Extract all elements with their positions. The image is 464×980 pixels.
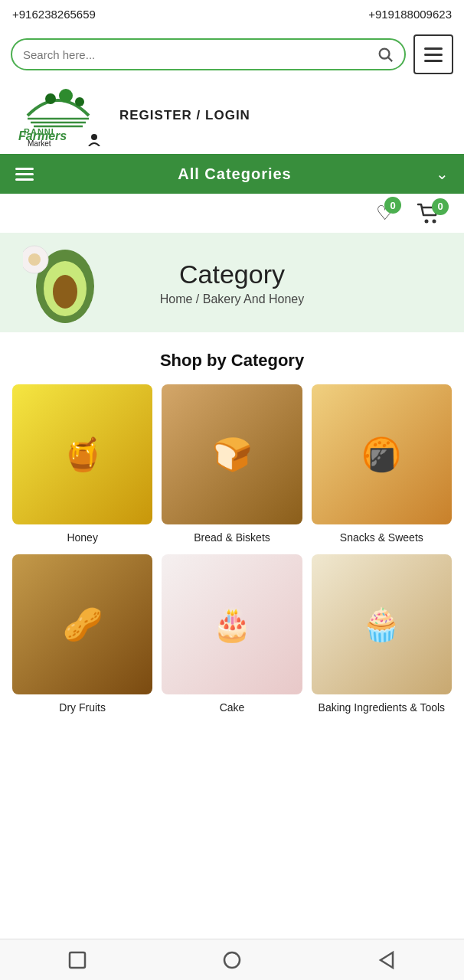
top-bar: +916238265659 +919188009623 [0, 0, 464, 28]
svg-point-7 [75, 97, 84, 106]
svg-point-16 [53, 275, 77, 309]
snacks-label: Snacks & Sweets [340, 531, 423, 544]
category-grid: 🍯 Honey 🍞 Bread & Biskets 🍘 Snacks & Swe… [12, 384, 452, 714]
svg-marker-21 [381, 952, 393, 968]
wishlist-count: 0 [384, 197, 401, 214]
honey-label: Honey [67, 531, 97, 544]
shop-section-title: Shop by Category [12, 351, 452, 371]
honey-image: 🍯 [12, 384, 152, 524]
cake-image: 🎂 [162, 554, 302, 694]
cake-icon: 🎂 [212, 606, 252, 643]
category-item-cake[interactable]: 🎂 Cake [162, 554, 302, 715]
baking-icon: 🧁 [361, 606, 401, 643]
svg-point-12 [425, 219, 429, 223]
cart-button[interactable]: 0 [417, 203, 441, 224]
category-bar[interactable]: All Categories ⌄ [0, 154, 464, 194]
wishlist-cart-row: ♡ 0 0 [0, 194, 464, 233]
wishlist-button[interactable]: ♡ 0 [376, 201, 394, 225]
snacks-icon: 🍘 [361, 436, 401, 473]
dryfruits-label: Dry Fruits [59, 701, 106, 714]
hamburger-menu-button[interactable] [413, 34, 453, 74]
bread-image: 🍞 [162, 384, 302, 524]
breadcrumb: Home / Bakery And Honey [160, 292, 305, 306]
shop-section: Shop by Category 🍯 Honey 🍞 Bread & Biske… [0, 332, 464, 722]
hero-avocado-decoration [0, 233, 123, 332]
bottom-nav-bar [0, 939, 464, 980]
svg-point-18 [28, 253, 41, 266]
svg-point-20 [224, 952, 240, 968]
category-bar-label: All Categories [43, 165, 426, 183]
dryfruits-icon: 🥜 [63, 606, 103, 643]
category-item-baking[interactable]: 🧁 Baking Ingredients & Tools [312, 554, 452, 715]
hero-banner: Category Home / Bakery And Honey [0, 233, 464, 332]
dryfruits-image: 🥜 [12, 554, 152, 694]
bread-icon: 🍞 [212, 436, 252, 473]
svg-point-6 [59, 89, 73, 103]
logo-auth-row: RANNI Farmers Market REGISTER / LOGIN [0, 80, 464, 154]
chevron-down-icon[interactable]: ⌄ [436, 165, 449, 183]
phone-left[interactable]: +916238265659 [12, 8, 96, 21]
bottom-nav-home[interactable] [215, 943, 249, 977]
cart-count: 0 [432, 198, 449, 215]
baking-image: 🧁 [312, 554, 452, 694]
baking-label: Baking Ingredients & Tools [319, 701, 446, 714]
snacks-image: 🍘 [312, 384, 452, 524]
bottom-nav-back[interactable] [370, 943, 404, 977]
category-hamburger-icon[interactable] [15, 168, 34, 181]
bottom-nav-square[interactable] [60, 943, 94, 977]
svg-point-5 [45, 93, 56, 104]
category-item-dryfruits[interactable]: 🥜 Dry Fruits [12, 554, 152, 715]
hero-text: Category Home / Bakery And Honey [160, 260, 305, 306]
svg-point-11 [91, 134, 97, 140]
search-box[interactable] [11, 38, 406, 70]
svg-point-13 [433, 219, 436, 223]
honey-icon: 🍯 [63, 436, 103, 473]
search-input[interactable] [23, 48, 377, 61]
svg-rect-19 [70, 952, 85, 968]
category-item-honey[interactable]: 🍯 Honey [12, 384, 152, 545]
logo[interactable]: RANNI Farmers Market [12, 85, 89, 146]
bread-label: Bread & Biskets [194, 531, 270, 544]
search-icon [377, 46, 394, 63]
auth-register-login[interactable]: REGISTER / LOGIN [119, 108, 250, 123]
phone-right[interactable]: +919188009623 [368, 8, 452, 21]
category-item-snacks[interactable]: 🍘 Snacks & Sweets [312, 384, 452, 545]
svg-text:Market: Market [28, 139, 51, 146]
page-title: Category [160, 260, 305, 289]
cake-label: Cake [220, 701, 245, 714]
category-item-bread[interactable]: 🍞 Bread & Biskets [162, 384, 302, 545]
svg-line-1 [388, 57, 392, 61]
search-row [0, 28, 464, 80]
svg-point-0 [380, 49, 390, 59]
